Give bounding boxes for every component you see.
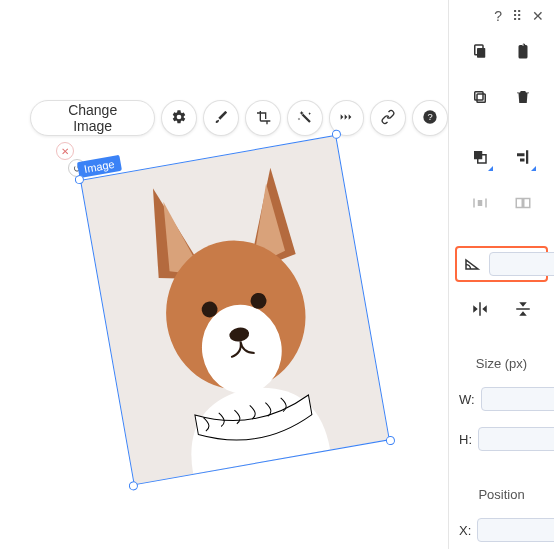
selected-image[interactable]: Image	[80, 135, 390, 485]
svg-rect-15	[517, 153, 525, 156]
gear-icon	[171, 109, 187, 128]
remove-element-button[interactable]: ✕	[56, 142, 74, 160]
change-image-button[interactable]: Change Image	[30, 100, 155, 136]
delete-button[interactable]	[509, 84, 537, 112]
size-section-title: Size (px)	[459, 356, 544, 371]
rotate-row	[455, 246, 548, 282]
copy-icon	[471, 42, 489, 63]
match-size-icon	[514, 194, 532, 215]
svg-rect-20	[516, 198, 522, 207]
flip-horizontal-icon	[471, 300, 489, 321]
width-label: W:	[459, 392, 475, 407]
paste-button[interactable]	[509, 38, 537, 66]
svg-text:?: ?	[428, 112, 433, 122]
pos-x-input[interactable]	[477, 518, 554, 542]
close-icon: ✕	[61, 146, 69, 157]
help-button[interactable]: ?	[412, 100, 448, 136]
duplicate-button[interactable]	[466, 84, 494, 112]
arrange-button[interactable]	[466, 144, 494, 172]
align-button[interactable]	[509, 144, 537, 172]
rotate-input[interactable]	[489, 252, 554, 276]
flip-horizontal-button[interactable]	[466, 296, 494, 324]
match-size-button	[509, 190, 537, 218]
distribute-horizontal-button	[466, 190, 494, 218]
resize-handle-bottom-right[interactable]	[385, 435, 395, 445]
image-toolbar: Change Image	[30, 100, 448, 136]
width-input[interactable]	[481, 387, 554, 411]
svg-rect-19	[478, 200, 483, 206]
svg-rect-18	[486, 198, 488, 207]
link-button[interactable]	[370, 100, 406, 136]
height-input[interactable]	[478, 427, 554, 451]
svg-rect-11	[475, 91, 483, 99]
magic-button[interactable]	[287, 100, 323, 136]
animation-icon	[338, 109, 354, 128]
flip-vertical-icon	[514, 300, 532, 321]
svg-rect-14	[526, 150, 528, 164]
drag-panel-button[interactable]: ⠿	[512, 8, 522, 24]
pos-x-label: X:	[459, 523, 471, 538]
flip-vertical-button[interactable]	[509, 296, 537, 324]
height-label: H:	[459, 432, 472, 447]
position-section-title: Position	[459, 487, 544, 502]
svg-rect-8	[477, 48, 485, 58]
brush-icon	[213, 109, 229, 128]
close-icon: ✕	[532, 8, 544, 24]
resize-handle-top-right[interactable]	[331, 129, 341, 139]
properties-panel: ? ⠿ ✕	[448, 0, 554, 549]
svg-rect-16	[520, 158, 525, 161]
drag-handle-icon: ⠿	[512, 8, 522, 24]
align-right-icon	[514, 148, 532, 169]
angle-icon	[463, 254, 481, 275]
crop-button[interactable]	[245, 100, 281, 136]
svg-rect-21	[524, 198, 530, 207]
brush-button[interactable]	[203, 100, 239, 136]
rotate-button[interactable]	[463, 254, 481, 274]
question-icon: ?	[494, 8, 502, 24]
distribute-horizontal-icon	[471, 194, 489, 215]
magic-wand-icon	[297, 109, 313, 128]
trash-icon	[514, 88, 532, 109]
selection-box	[80, 135, 390, 485]
settings-button[interactable]	[161, 100, 197, 136]
resize-handle-bottom-left[interactable]	[128, 481, 138, 491]
paste-icon	[514, 42, 532, 63]
panel-top-controls: ? ⠿ ✕	[459, 8, 544, 24]
close-panel-button[interactable]: ✕	[532, 8, 544, 24]
send-back-icon	[471, 148, 489, 169]
svg-rect-17	[474, 198, 476, 207]
copy-button[interactable]	[466, 38, 494, 66]
svg-rect-10	[477, 94, 485, 102]
canvas-area[interactable]: Change Image	[0, 0, 448, 549]
panel-help-button[interactable]: ?	[494, 8, 502, 24]
link-icon	[380, 109, 396, 128]
crop-icon	[255, 109, 271, 128]
duplicate-icon	[471, 88, 489, 109]
help-icon: ?	[422, 109, 438, 128]
